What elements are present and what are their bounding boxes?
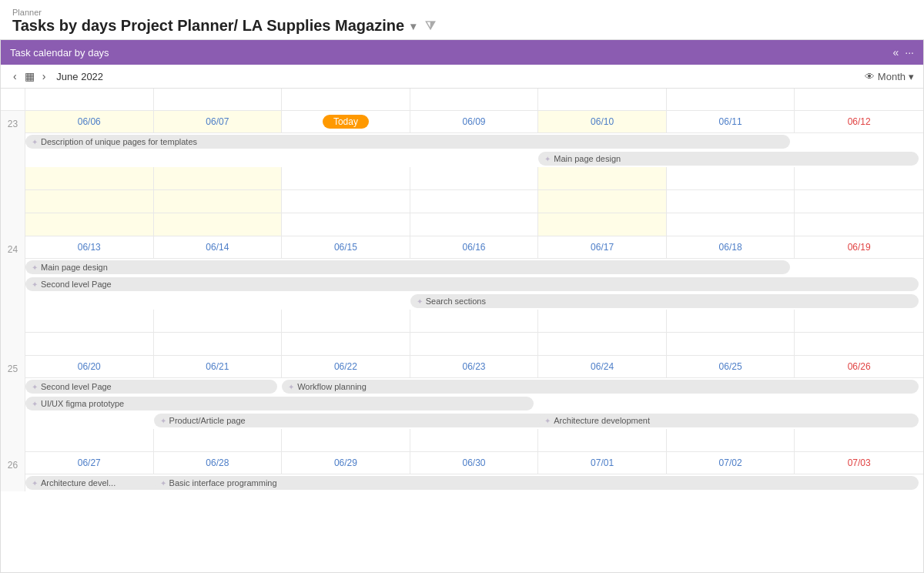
date-0627: 06/27 (25, 452, 154, 474)
star-icon: ✦ (544, 417, 551, 425)
week-row-24: 24 06/13 06/14 06/15 06/16 06/17 06/18 0… (1, 236, 923, 356)
page-title: Tasks by days Project Planner/ LA Suppli… (12, 17, 912, 35)
date-0611: 06/11 (667, 111, 795, 132)
week-23-row2 (25, 190, 923, 213)
day-cell (282, 213, 410, 236)
day-cell (667, 429, 795, 452)
day-cell (25, 213, 154, 236)
planner-header: Task calendar by days « ··· (1, 40, 923, 65)
task-second-level-24[interactable]: ✦ Second level Page (25, 277, 919, 291)
day-cell (154, 213, 283, 236)
day-cell (795, 310, 923, 333)
week-25-tasks: ✦ Second level Page ✦ Workflow planning (25, 378, 923, 429)
day-cell (25, 190, 154, 213)
day-cell (667, 190, 795, 213)
nav-controls: ‹ ▦ › June 2022 (10, 69, 103, 84)
task-main-page-design-24[interactable]: ✦ Main page design (25, 260, 790, 274)
date-0703: 07/03 (795, 452, 923, 474)
task-label: Main page design (554, 154, 621, 163)
day-cell (667, 333, 795, 356)
star-icon: ✦ (32, 400, 38, 408)
star-icon: ✦ (32, 138, 38, 146)
task-second-level-25[interactable]: ✦ Second level Page (25, 380, 277, 394)
day-cell (795, 333, 923, 356)
planner-toolbar: ‹ ▦ › June 2022 👁 Month ▾ (1, 65, 923, 89)
day-cell (538, 190, 667, 213)
date-0619: 06/19 (795, 236, 923, 258)
date-0621: 06/21 (154, 356, 283, 377)
task-main-page-design-23[interactable]: ✦ Main page design (538, 152, 919, 166)
task-basic-interface[interactable]: ✦ Basic interface programming (154, 476, 919, 490)
week-24-row2 (25, 333, 923, 356)
date-0626: 06/26 (795, 356, 923, 377)
week-content-25: 06/20 06/21 06/22 06/23 06/24 06/25 06/2… (25, 356, 923, 452)
week-number-26: 26 (1, 452, 25, 491)
date-0620: 06/20 (25, 356, 154, 377)
star-icon: ✦ (544, 155, 551, 163)
task-label: Workflow planning (297, 382, 367, 391)
day-cell (282, 333, 410, 356)
day-cell (795, 190, 923, 213)
calendar-body[interactable]: 23 06/06 06/07 Today 06/09 06/10 06/11 0… (1, 89, 923, 572)
star-icon: ✦ (32, 263, 38, 272)
date-0702: 07/02 (667, 452, 795, 474)
day-cell (410, 429, 539, 452)
task-label: UI/UX figma prototype (41, 399, 124, 408)
task-label: Main page design (41, 263, 108, 272)
day-cell (25, 429, 154, 452)
task-row-1: ✦ Description of unique pages for templa… (25, 133, 923, 150)
task-label: Architecture development (554, 416, 650, 425)
day-cell (538, 310, 667, 333)
date-0616: 06/16 (410, 236, 539, 258)
planner-header-title: Task calendar by days (10, 47, 109, 59)
date-0612: 06/12 (795, 111, 923, 132)
task-label: Search sections (426, 297, 486, 306)
view-selector[interactable]: 👁 Month ▾ (865, 71, 914, 82)
task-search-sections[interactable]: ✦ Search sections (410, 294, 919, 308)
calendar-icon[interactable]: ▦ (25, 70, 35, 82)
week-26-dates: 06/27 06/28 06/29 06/30 07/01 07/02 07/0… (25, 452, 923, 474)
date-0625: 06/25 (667, 356, 795, 377)
day-cell (538, 167, 667, 190)
day-cell (410, 333, 539, 356)
collapse-icon[interactable]: « (893, 46, 899, 59)
title-dropdown-icon[interactable]: ▾ (410, 20, 416, 32)
task-uiux-figma[interactable]: ✦ UI/UX figma prototype (25, 397, 534, 410)
day-cell (410, 310, 539, 333)
month-label: June 2022 (56, 71, 103, 82)
week-row-26: 26 06/27 06/28 06/29 06/30 07/01 07/02 0… (1, 452, 923, 491)
task-label: Architecture devel... (41, 478, 116, 488)
task-row-product-25: ✦ Product/Article page ✦ Architecture de… (25, 412, 923, 429)
task-architecture-25[interactable]: ✦ Architecture development (538, 414, 919, 427)
calendar-header-spacer (1, 89, 923, 111)
star-icon: ✦ (32, 280, 38, 289)
star-icon: ✦ (160, 417, 166, 425)
week-23-dates: 06/06 06/07 Today 06/09 06/10 06/11 06/1… (25, 111, 923, 133)
more-icon[interactable]: ··· (905, 46, 914, 59)
date-0610: 06/10 (538, 111, 667, 132)
week-23-row1 (25, 167, 923, 190)
task-row-second-25: ✦ Second level Page ✦ Workflow planning (25, 378, 923, 395)
week-26-tasks: ✦ Architecture devel... ✦ Basic interfac… (25, 474, 923, 491)
next-button[interactable]: › (39, 69, 49, 84)
filter-icon[interactable]: ⧩ (425, 19, 435, 33)
date-0615: 06/15 (282, 236, 410, 258)
task-workflow-25[interactable]: ✦ Workflow planning (282, 380, 919, 394)
day-cell (282, 190, 410, 213)
week-content-26: 06/27 06/28 06/29 06/30 07/01 07/02 07/0… (25, 452, 923, 491)
day-cell (410, 190, 539, 213)
day-cell (282, 310, 410, 333)
week-content-24: 06/13 06/14 06/15 06/16 06/17 06/18 06/1… (25, 236, 923, 356)
day-cell (667, 167, 795, 190)
day-cell (154, 167, 283, 190)
day-cell (410, 213, 539, 236)
prev-button[interactable]: ‹ (10, 69, 20, 84)
week-number-25: 25 (1, 356, 25, 452)
day-cell (25, 310, 154, 333)
date-0613: 06/13 (25, 236, 154, 258)
star-icon: ✦ (32, 479, 38, 488)
date-0623: 06/23 (410, 356, 539, 377)
date-0630: 06/30 (410, 452, 539, 474)
task-description-unique[interactable]: ✦ Description of unique pages for templa… (25, 135, 790, 149)
task-row-uiux-25: ✦ UI/UX figma prototype (25, 395, 923, 412)
